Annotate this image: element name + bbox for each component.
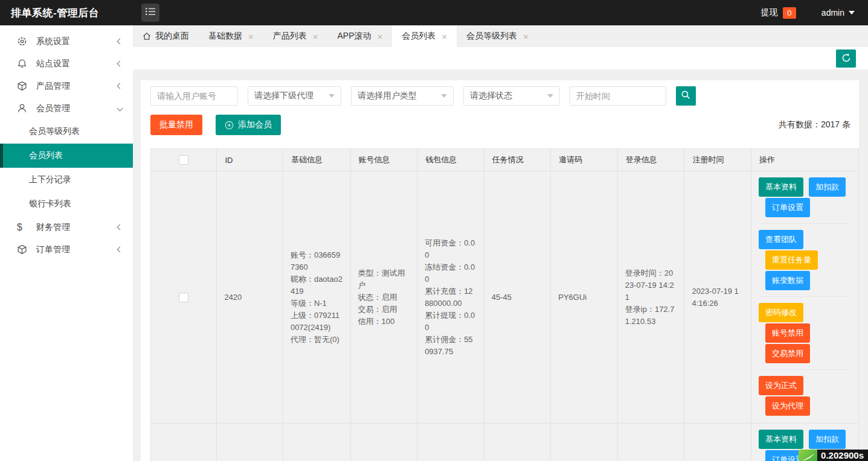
batch-disable-button[interactable]: 批量禁用 xyxy=(150,115,202,135)
wallet-total-commission: 累计佣金：550937.75 xyxy=(425,334,477,358)
sidebar-item-member-level-list[interactable]: 会员等级列表 xyxy=(0,119,133,144)
sidebar-item-system-settings[interactable]: 系统设置 xyxy=(0,30,133,52)
view-team-button[interactable]: 查看团队 xyxy=(759,230,803,249)
chevron-down-icon xyxy=(329,94,335,98)
close-icon[interactable]: × xyxy=(378,32,383,41)
sidebar-item-site-settings[interactable]: 站点设置 xyxy=(0,52,133,75)
cell-operations: 基本资料 加扣款 订单设置 查看团队 重置任务量 xyxy=(751,171,858,424)
chevron-down-icon xyxy=(547,94,553,98)
basic-superior: 上级：0792110072(2419) xyxy=(291,310,343,334)
withdraw-count-badge: 0 xyxy=(783,7,796,19)
withdraw-label[interactable]: 提现 xyxy=(761,7,778,18)
user-menu[interactable]: admin xyxy=(821,8,855,17)
username: admin xyxy=(821,8,844,17)
add-deduct-button[interactable]: 加扣款 xyxy=(809,430,846,449)
tab-member-list[interactable]: 会员列表 × xyxy=(392,25,457,47)
disable-account-button[interactable]: 账号禁用 xyxy=(765,323,810,343)
add-deduct-button[interactable]: 加扣款 xyxy=(809,177,846,197)
disable-trading-button[interactable]: 交易禁用 xyxy=(765,344,810,363)
column-header-id: ID xyxy=(217,149,283,171)
chevron-left-icon xyxy=(117,247,123,253)
user-icon xyxy=(17,103,27,113)
chevron-left-icon xyxy=(117,224,123,230)
status-select[interactable]: 请选择状态 xyxy=(463,86,560,106)
tab-basic-data[interactable]: 基础数据 × xyxy=(199,25,263,47)
sidebar: 系统设置 站点设置 产品管理 会员管理 会员等级列表 会员列表 上下分记录 银行… xyxy=(0,25,133,461)
cell-register-time: 2023-07-19 14:16:26 xyxy=(684,171,751,424)
gear-icon xyxy=(17,36,27,46)
set-official-button[interactable]: 设为正式 xyxy=(759,376,803,395)
chevron-left-icon xyxy=(117,39,123,45)
column-header-invite-code: 邀请码 xyxy=(551,149,618,171)
search-icon xyxy=(681,90,691,102)
user-type-select[interactable]: 请选择用户类型 xyxy=(351,86,454,106)
agent-select[interactable]: 请选择下级代理 xyxy=(248,86,341,106)
row-checkbox[interactable] xyxy=(179,293,188,302)
tab-my-desktop[interactable]: 我的桌面 xyxy=(133,25,199,47)
close-icon[interactable]: × xyxy=(523,32,529,41)
thinkphp-logo-icon[interactable] xyxy=(799,450,817,461)
sidebar-item-points-records[interactable]: 上下分记录 xyxy=(0,168,133,192)
elapsed-time: 0.202900s xyxy=(817,450,868,461)
select-all-checkbox[interactable] xyxy=(179,155,188,165)
sidebar-item-finance-management[interactable]: $ 财务管理 xyxy=(0,216,133,238)
sidebar-item-label: 产品管理 xyxy=(36,81,118,92)
search-button[interactable] xyxy=(676,86,696,106)
tab-label: 我的桌面 xyxy=(155,31,189,42)
column-header-operations: 操作 xyxy=(751,149,858,171)
sidebar-item-label: 站点设置 xyxy=(36,59,118,69)
account-changes-button[interactable]: 账变数据 xyxy=(765,271,810,290)
refresh-button[interactable] xyxy=(836,49,856,68)
order-settings-button[interactable]: 订单设置 xyxy=(765,198,810,217)
wallet-frozen: 冻结资金：0.00 xyxy=(425,261,477,285)
tab-product-list[interactable]: 产品列表 × xyxy=(263,25,328,47)
member-list-panel: 请选择下级代理 请选择用户类型 请选择状态 xyxy=(141,80,859,461)
tab-bar: 我的桌面 基础数据 × 产品列表 × APP滚动 × 会员列表 × 会员等级列表… xyxy=(133,25,868,47)
close-icon[interactable]: × xyxy=(442,32,447,41)
dollar-icon: $ xyxy=(17,222,27,232)
tab-label: 基础数据 xyxy=(208,31,242,42)
account-search-input[interactable] xyxy=(150,86,238,106)
basic-nickname: 昵称：daotao2419 xyxy=(291,273,343,297)
sidebar-item-member-management[interactable]: 会员管理 xyxy=(0,97,133,119)
change-password-button[interactable]: 密码修改 xyxy=(759,303,803,322)
cell-wallet-info: 可用资金：0.00 冻结资金：0.00 累计充值：12880000.00 累计提… xyxy=(417,171,484,424)
basic-profile-button[interactable]: 基本资料 xyxy=(759,177,803,197)
sidebar-item-order-management[interactable]: 订单管理 xyxy=(0,238,133,261)
column-header-wallet-info: 钱包信息 xyxy=(417,149,484,171)
sidebar-item-bank-card-list[interactable]: 银行卡列表 xyxy=(0,192,133,216)
chevron-down-icon xyxy=(117,106,123,112)
main-area: 我的桌面 基础数据 × 产品列表 × APP滚动 × 会员列表 × 会员等级列表… xyxy=(133,25,868,461)
sidebar-item-label: 上下分记录 xyxy=(29,174,71,185)
close-icon[interactable]: × xyxy=(248,32,254,41)
column-header-account-info: 账号信息 xyxy=(350,149,417,171)
tab-app-scroll[interactable]: APP滚动 × xyxy=(328,25,393,47)
wallet-available: 可用资金：0.00 xyxy=(425,237,477,261)
table-row: 可用资金：13 基本资料 加扣款 订单设置 xyxy=(151,424,859,461)
set-agent-button[interactable]: 设为代理 xyxy=(765,396,810,416)
cell-login-info: 登录时间：2023-07-19 14:21 登录ip：172.71.210.53 xyxy=(617,171,684,424)
divider xyxy=(761,223,849,224)
account-type: 类型：测试用户 xyxy=(358,267,410,291)
cell-wallet-info: 可用资金：13 xyxy=(417,424,484,461)
add-member-button[interactable]: 添加会员 xyxy=(216,115,281,135)
bell-icon xyxy=(17,59,27,69)
start-time-input[interactable] xyxy=(570,86,666,106)
wallet-total-withdraw: 累计提现：0.00 xyxy=(425,310,477,334)
column-header-task-status: 任务情况 xyxy=(484,149,551,171)
close-icon[interactable]: × xyxy=(313,32,318,41)
sidebar-toggle-button[interactable] xyxy=(141,4,159,22)
chevron-down-icon xyxy=(849,11,855,14)
reset-tasks-button[interactable]: 重置任务量 xyxy=(765,250,818,270)
basic-account: 账号：0366597360 xyxy=(291,249,343,273)
sidebar-item-label: 会员管理 xyxy=(36,103,118,114)
tab-member-level-list[interactable]: 会员等级列表 × xyxy=(457,25,538,47)
cell-id: 2420 xyxy=(217,171,283,424)
sidebar-item-label: 银行卡列表 xyxy=(29,199,71,209)
basic-profile-button[interactable]: 基本资料 xyxy=(759,430,803,449)
sidebar-item-product-management[interactable]: 产品管理 xyxy=(0,75,133,97)
sidebar-item-member-list[interactable]: 会员列表 xyxy=(0,144,133,168)
plus-circle-icon xyxy=(225,121,234,130)
login-ip: 登录ip：172.71.210.53 xyxy=(625,304,677,328)
chevron-left-icon xyxy=(117,83,123,89)
